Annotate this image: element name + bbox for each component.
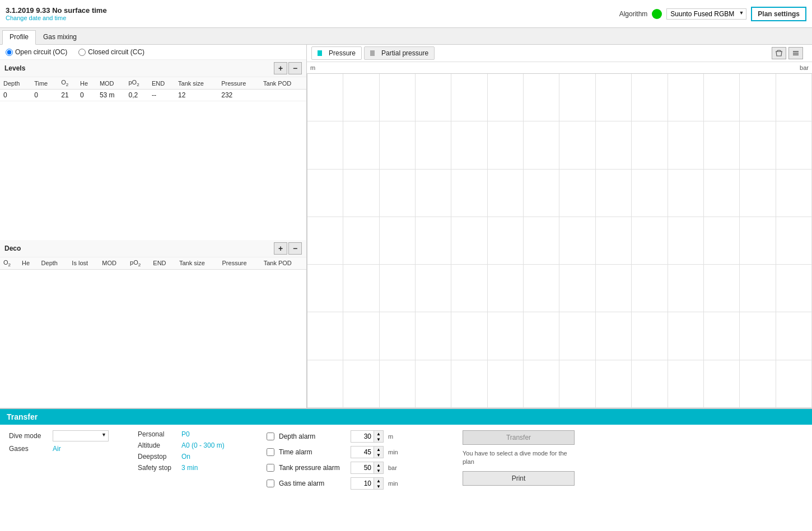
col-depth: Depth xyxy=(0,77,31,90)
chart-cell xyxy=(776,312,812,360)
gases-label: Gases xyxy=(9,445,48,453)
chart-cell xyxy=(596,360,632,408)
closed-circuit-label[interactable]: Closed circuit (CC) xyxy=(78,48,144,56)
depth-alarm-checkbox[interactable] xyxy=(267,433,274,440)
main-tabs: Profile Gas mixing xyxy=(0,28,812,45)
col-o2: O2 xyxy=(58,77,77,90)
chart-menu-button[interactable] xyxy=(788,47,803,59)
tank-pressure-alarm-up[interactable]: ▲ xyxy=(374,462,383,468)
chart-cell xyxy=(343,265,379,312)
col-tank-pod: Tank POD xyxy=(260,77,306,90)
time-alarm-down[interactable]: ▼ xyxy=(374,452,383,458)
depth-alarm-unit: m xyxy=(388,433,402,440)
levels-table: Depth Time O2 He MOD pO2 END Tank size P… xyxy=(0,77,306,101)
chart-cell xyxy=(307,360,343,408)
chart-cell xyxy=(596,217,632,265)
depth-alarm-input[interactable] xyxy=(351,431,374,441)
depth-alarm-down[interactable]: ▼ xyxy=(374,436,383,442)
closed-circuit-radio[interactable] xyxy=(78,49,86,56)
chart-cell xyxy=(343,360,379,408)
algorithm-status-icon xyxy=(652,9,662,19)
tank-pressure-alarm-checkbox[interactable] xyxy=(267,464,274,472)
chart-cell xyxy=(704,170,740,217)
chart-cell xyxy=(451,217,487,265)
time-alarm-input[interactable] xyxy=(351,447,374,457)
chart-cell xyxy=(524,312,559,360)
tank-pressure-alarm-down[interactable]: ▼ xyxy=(374,468,383,473)
levels-add-button[interactable]: + xyxy=(274,62,287,74)
levels-header-row: Depth Time O2 He MOD pO2 END Tank size P… xyxy=(0,77,306,90)
deco-title: Deco xyxy=(4,245,21,252)
chart-cell xyxy=(740,312,776,360)
chart-cell xyxy=(343,121,379,169)
chart-cell xyxy=(704,121,740,169)
alarms-col: Depth alarm ▲ ▼ m Time alarm ▲ xyxy=(267,430,446,490)
chart-cell xyxy=(668,170,704,217)
chart-cell xyxy=(632,217,668,265)
deco-remove-button[interactable]: − xyxy=(288,242,302,255)
plan-settings-button[interactable]: Plan settings xyxy=(751,7,806,21)
open-circuit-label[interactable]: Open circuit (OC) xyxy=(6,48,67,56)
tank-pressure-alarm-input[interactable] xyxy=(351,463,374,473)
col-time: Time xyxy=(31,77,58,90)
chart-cell xyxy=(488,74,524,121)
deco-col-he: He xyxy=(18,257,38,270)
personal-label: Personal xyxy=(138,430,177,438)
transfer-button[interactable]: Transfer xyxy=(463,430,575,445)
depth-alarm-row: Depth alarm ▲ ▼ m xyxy=(267,430,446,443)
chart-cell xyxy=(632,312,668,360)
chart-tab-pressure[interactable]: Pressure xyxy=(311,46,362,60)
safety-stop-value: 3 min xyxy=(181,464,198,472)
gas-time-alarm-down[interactable]: ▼ xyxy=(374,483,383,489)
gas-time-alarm-up[interactable]: ▲ xyxy=(374,478,383,483)
tab-gas-mixing[interactable]: Gas mixing xyxy=(36,30,84,44)
dive-mode-select-wrap[interactable] xyxy=(53,430,109,441)
dive-mode-select[interactable] xyxy=(53,430,109,441)
algorithm-select-wrapper[interactable]: Suunto Fused RGBM xyxy=(666,8,746,20)
col-pressure: Pressure xyxy=(218,77,260,90)
chart-cell xyxy=(740,121,776,169)
left-panel: Open circuit (OC) Closed circuit (CC) Le… xyxy=(0,45,307,408)
deco-add-button[interactable]: + xyxy=(274,242,287,255)
chart-cell xyxy=(632,121,668,169)
chart-cell xyxy=(524,170,559,217)
chart-cell xyxy=(776,265,812,312)
chart-cell xyxy=(380,121,416,169)
chart-cell xyxy=(776,74,812,121)
time-alarm-unit: min xyxy=(388,449,402,455)
deepstop-row: Deepstop On xyxy=(138,453,250,460)
chart-tab-partial-pressure[interactable]: Partial pressure xyxy=(364,46,435,60)
menu-icon xyxy=(792,50,800,57)
open-circuit-radio[interactable] xyxy=(6,49,13,56)
dive-mode-row: Dive mode xyxy=(9,430,121,441)
change-date-link[interactable]: Change date and time xyxy=(6,15,107,21)
chart-basket-button[interactable] xyxy=(772,47,786,59)
chart-cell xyxy=(380,360,416,408)
chart-cell xyxy=(307,170,343,217)
chart-cell xyxy=(596,170,632,217)
gas-time-alarm-label: Gas time alarm xyxy=(279,480,346,487)
table-row: 0 0 21 0 53 m 0,2 -- 12 232 xyxy=(0,90,306,101)
chart-cell xyxy=(559,360,595,408)
cell-mod: 53 m xyxy=(96,90,125,101)
chart-cell xyxy=(416,217,451,265)
gases-value: Air xyxy=(53,445,61,453)
print-button[interactable]: Print xyxy=(463,471,575,486)
algorithm-select[interactable]: Suunto Fused RGBM xyxy=(666,8,746,20)
chart-cell xyxy=(776,217,812,265)
altitude-label: Altitude xyxy=(138,441,177,449)
time-alarm-checkbox[interactable] xyxy=(267,448,274,456)
levels-remove-button[interactable]: − xyxy=(288,62,302,74)
gas-time-alarm-input[interactable] xyxy=(351,478,374,488)
time-alarm-label: Time alarm xyxy=(279,448,346,456)
levels-title: Levels xyxy=(4,64,25,72)
deco-col-tank-size: Tank size xyxy=(176,257,219,270)
pressure-icon xyxy=(318,50,325,56)
depth-alarm-up[interactable]: ▲ xyxy=(374,431,383,436)
gas-time-alarm-checkbox[interactable] xyxy=(267,480,274,487)
deco-header: Deco + − xyxy=(0,240,306,257)
time-alarm-up[interactable]: ▲ xyxy=(374,447,383,452)
tab-profile[interactable]: Profile xyxy=(2,30,36,45)
safety-stop-row: Safety stop 3 min xyxy=(138,464,250,472)
chart-cell xyxy=(416,360,451,408)
